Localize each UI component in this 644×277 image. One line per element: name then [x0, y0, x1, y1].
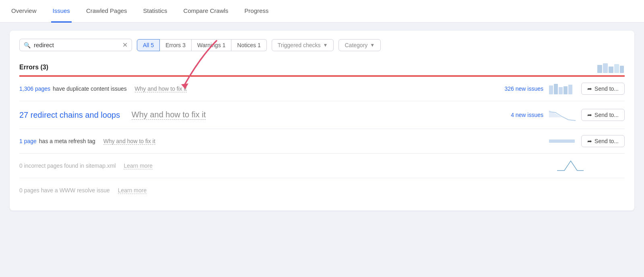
issue-row-meta-refresh: 1 page has a meta refresh tag Why and ho…: [19, 129, 625, 154]
errors-title: Errors (3): [19, 64, 48, 71]
svg-rect-10: [568, 85, 572, 94]
issue-row-sitemap: 0 incorrect pages found in sitemap.xml L…: [19, 154, 625, 178]
learn-more-sitemap[interactable]: Learn more: [124, 162, 153, 169]
send-icon: ➦: [587, 112, 592, 118]
issue-text-www: 0 pages have a WWW resolve issue Learn m…: [19, 187, 498, 194]
tab-notices[interactable]: Notices 1: [231, 39, 266, 51]
tab-all[interactable]: All 5: [137, 39, 160, 51]
svg-rect-8: [559, 87, 563, 94]
sitemap-link[interactable]: 0 incorrect pages found in sitemap.xml: [19, 162, 116, 169]
nav-overview[interactable]: Overview: [10, 0, 38, 23]
svg-rect-4: [620, 66, 624, 73]
new-issues-redirect: 4 new issues: [495, 112, 543, 118]
send-icon: ➦: [587, 138, 592, 144]
sparkline-meta-refresh: [548, 135, 576, 148]
send-to-button-duplicate[interactable]: ➦ Send to...: [581, 83, 625, 95]
learn-more-www[interactable]: Learn more: [118, 187, 147, 194]
nav-issues[interactable]: Issues: [51, 0, 72, 23]
tab-errors[interactable]: Errors 3: [160, 39, 192, 51]
issue-text-redirect: 27 redirect chains and loops Why and how…: [19, 110, 490, 120]
svg-marker-11: [549, 110, 562, 117]
svg-rect-9: [564, 86, 568, 94]
chevron-down-icon: ▼: [323, 42, 328, 48]
sparkline-sitemap: [556, 159, 584, 172]
search-icon: 🔍: [24, 42, 31, 48]
duplicate-content-link[interactable]: 1,306 pages: [19, 85, 50, 92]
nav-crawled-pages[interactable]: Crawled Pages: [85, 0, 129, 23]
search-box: 🔍 ✕: [19, 39, 132, 51]
issues-card: 🔍 ✕ All 5 Errors 3 Warnings 1 Notices 1 …: [10, 31, 634, 210]
issue-text-meta-refresh: 1 page has a meta refresh tag Why and ho…: [19, 138, 490, 145]
sparkline-redirect: [548, 108, 576, 121]
svg-rect-0: [597, 65, 602, 73]
top-navigation: Overview Issues Crawled Pages Statistics…: [0, 0, 644, 23]
svg-rect-12: [549, 140, 575, 143]
issue-text-duplicate: 1,306 pages have duplicate content issue…: [19, 85, 490, 92]
send-icon: ➦: [587, 85, 592, 92]
why-fix-duplicate[interactable]: Why and how to fix it: [135, 85, 187, 92]
errors-section: Errors (3) 1,306 page: [19, 61, 625, 202]
sparkline-duplicate: [548, 82, 576, 95]
nav-compare-crawls[interactable]: Compare Crawls: [182, 0, 230, 23]
svg-rect-6: [549, 85, 553, 94]
issue-row-duplicate-content: 1,306 pages have duplicate content issue…: [19, 77, 625, 101]
clear-search-button[interactable]: ✕: [122, 42, 128, 48]
redirect-chains-link[interactable]: 27 redirect chains and loops: [19, 110, 120, 120]
filter-tabs: All 5 Errors 3 Warnings 1 Notices 1: [137, 39, 267, 51]
filter-bar: 🔍 ✕ All 5 Errors 3 Warnings 1 Notices 1 …: [19, 39, 625, 51]
issue-text-sitemap: 0 incorrect pages found in sitemap.xml L…: [19, 162, 498, 169]
issue-row-www-resolve: 0 pages have a WWW resolve issue Learn m…: [19, 178, 625, 202]
svg-rect-2: [609, 67, 613, 73]
send-to-button-redirect[interactable]: ➦ Send to...: [581, 109, 625, 121]
errors-section-header: Errors (3): [19, 61, 625, 74]
svg-rect-7: [554, 84, 558, 94]
svg-rect-3: [614, 64, 619, 73]
nav-progress[interactable]: Progress: [243, 0, 270, 23]
category-dropdown[interactable]: Category ▼: [339, 39, 381, 51]
chevron-down-icon: ▼: [370, 42, 375, 48]
sparkline-www: [556, 184, 584, 197]
triggered-checks-dropdown[interactable]: Triggered checks ▼: [272, 39, 334, 51]
meta-refresh-link[interactable]: 1 page: [19, 138, 37, 144]
svg-rect-1: [603, 63, 608, 73]
tab-warnings[interactable]: Warnings 1: [192, 39, 231, 51]
main-content: 🔍 ✕ All 5 Errors 3 Warnings 1 Notices 1 …: [0, 23, 644, 219]
www-resolve-link[interactable]: 0 pages have a WWW resolve issue: [19, 187, 110, 194]
nav-statistics[interactable]: Statistics: [142, 0, 169, 23]
search-input[interactable]: [34, 42, 119, 48]
new-issues-duplicate: 326 new issues: [495, 85, 543, 92]
why-fix-meta-refresh[interactable]: Why and how to fix it: [103, 138, 155, 145]
issue-row-redirect-chains: 27 redirect chains and loops Why and how…: [19, 101, 625, 129]
why-fix-redirect[interactable]: Why and how to fix it: [132, 110, 206, 120]
errors-sparkline: [597, 61, 625, 74]
send-to-button-meta-refresh[interactable]: ➦ Send to...: [581, 135, 625, 147]
